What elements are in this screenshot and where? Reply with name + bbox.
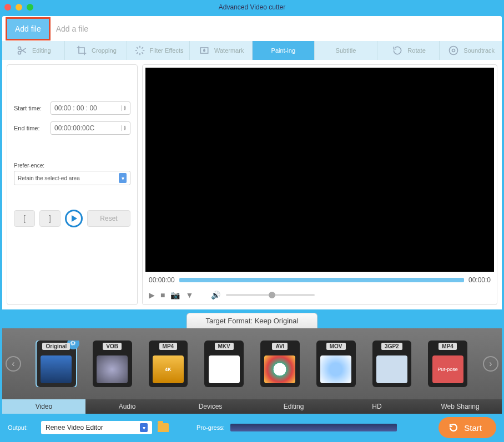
progress-label: Pro-gress: [196, 424, 225, 431]
category-devices[interactable]: Devices [169, 399, 252, 414]
edit-panel: Start time: 00:00 : 00 : 00 ▲▼ End time:… [7, 64, 138, 305]
sparkle-icon [133, 44, 147, 57]
tab-painting[interactable]: Paint-ing [253, 41, 315, 60]
add-file-button[interactable]: Add file [6, 17, 51, 40]
tab-editing[interactable]: Editing [2, 41, 65, 60]
start-button[interactable]: Start [439, 417, 496, 438]
preference-label: Prefer-ence: [14, 162, 130, 169]
tab-subtitle[interactable]: Subtitle [315, 41, 377, 60]
volume-icon[interactable]: 🔊 [211, 291, 220, 299]
format-original[interactable]: ⚙ Original [37, 341, 76, 387]
format-3gp2[interactable]: 3GP2 [372, 341, 412, 387]
end-time-label: End time: [14, 125, 47, 131]
preference-select[interactable]: Retain the select-ed area ▾ [14, 171, 130, 185]
duration-time: 00:00:0 [468, 276, 491, 284]
formats-next-button[interactable]: › [483, 356, 498, 372]
category-audio[interactable]: Audio [85, 399, 169, 414]
reset-button[interactable]: Reset [87, 210, 130, 227]
volume-slider[interactable] [226, 294, 315, 296]
output-label: Output: [8, 424, 36, 431]
tab-soundtrack[interactable]: Soundtrack [440, 41, 502, 60]
play-icon[interactable]: ▶ [149, 291, 155, 299]
file-placeholder: Add a file [56, 24, 88, 33]
category-editing[interactable]: Editing [252, 399, 335, 414]
format-mov[interactable]: MOV [316, 341, 356, 387]
playhead-time: 00:00:00 [149, 276, 175, 284]
video-preview [145, 68, 494, 272]
svg-point-3 [450, 47, 458, 55]
category-hd[interactable]: HD [335, 399, 419, 414]
play-preview-button[interactable] [65, 210, 83, 227]
camera-icon[interactable]: 📷 [170, 291, 180, 299]
disc-icon [447, 44, 460, 57]
start-time-input[interactable]: 00:00 : 00 : 00 ▲▼ [51, 101, 130, 115]
format-avi[interactable]: AVI [260, 341, 300, 387]
tab-watermark[interactable]: Watermark [190, 41, 253, 60]
browse-folder-button[interactable] [158, 423, 169, 432]
window-title: Advanced Video cutter [0, 3, 504, 11]
format-vob[interactable]: VOB [93, 341, 132, 387]
droplet-icon [198, 44, 211, 57]
format-mp4-4k[interactable]: MP4 4K [149, 341, 188, 387]
dropdown-arrow-icon: ▾ [140, 423, 148, 432]
output-select[interactable]: Renee Video Editor ▾ [41, 421, 152, 434]
format-mkv[interactable]: MKV [204, 341, 244, 387]
start-time-label: Start time: [14, 105, 47, 111]
stop-icon[interactable]: ■ [160, 291, 165, 299]
svg-point-4 [452, 49, 455, 52]
scrub-track[interactable] [179, 278, 464, 282]
dropdown-arrow-icon: ▾ [119, 173, 127, 183]
stepper-down-icon[interactable]: ▼ [123, 128, 127, 131]
refresh-icon [448, 423, 458, 433]
video-panel: 00:00:00 00:00:0 ▶ ■ 📷 ▼ 🔊 [142, 64, 497, 305]
tab-rotate[interactable]: Rotate [377, 41, 440, 60]
tab-filter[interactable]: Filter Effects [127, 41, 190, 60]
crop-icon [75, 44, 88, 57]
rotate-icon [391, 44, 404, 57]
category-video[interactable]: Video [2, 399, 85, 414]
scissors-icon [16, 44, 29, 57]
stepper-down-icon[interactable]: ▼ [123, 108, 127, 111]
end-time-input[interactable]: 00:00:00:00C ▲▼ [51, 121, 130, 135]
category-web[interactable]: Web Sharing [419, 399, 502, 414]
target-format-label: Target Format: Keep Original [187, 313, 318, 328]
tab-cropping[interactable]: Cropping [65, 41, 128, 60]
mark-out-button[interactable]: ] [39, 210, 61, 227]
progress-bar [230, 424, 397, 431]
mark-in-button[interactable]: [ [14, 210, 35, 227]
chevron-down-icon[interactable]: ▼ [185, 291, 193, 299]
formats-prev-button[interactable]: ‹ [6, 356, 21, 372]
format-mp4-purpose[interactable]: MP4 Pur-pose [428, 341, 467, 387]
